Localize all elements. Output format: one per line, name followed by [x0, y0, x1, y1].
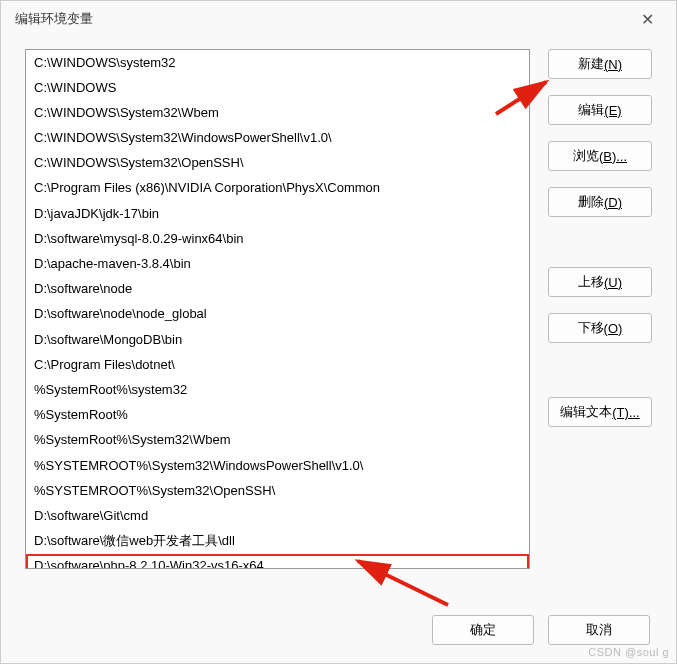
list-item[interactable]: D:\apache-maven-3.8.4\bin — [26, 252, 529, 277]
env-var-dialog: 编辑环境变量 ✕ C:\WINDOWS\system32C:\WINDOWSC:… — [0, 0, 677, 664]
list-item[interactable]: C:\WINDOWS\system32 — [26, 50, 529, 75]
list-item[interactable]: D:\software\MongoDB\bin — [26, 327, 529, 352]
window-title: 编辑环境变量 — [15, 10, 93, 28]
list-item[interactable]: C:\Program Files\dotnet\ — [26, 352, 529, 377]
move-down-button[interactable]: 下移(O) — [548, 313, 652, 343]
delete-button[interactable]: 删除(D) — [548, 187, 652, 217]
list-item[interactable]: C:\WINDOWS\System32\OpenSSH\ — [26, 151, 529, 176]
list-item[interactable]: D:\software\php-8.2.10-Win32-vs16-x64 — [26, 554, 529, 569]
list-item[interactable]: %SystemRoot% — [26, 403, 529, 428]
dialog-body: C:\WINDOWS\system32C:\WINDOWSC:\WINDOWS\… — [1, 37, 676, 607]
cancel-button[interactable]: 取消 — [548, 615, 650, 645]
list-item[interactable]: C:\WINDOWS\System32\Wbem — [26, 100, 529, 125]
new-button[interactable]: 新建(N) — [548, 49, 652, 79]
close-icon[interactable]: ✕ — [633, 6, 662, 33]
list-item[interactable]: D:\software\mysql-8.0.29-winx64\bin — [26, 226, 529, 251]
list-item[interactable]: D:\software\node — [26, 277, 529, 302]
list-item[interactable]: C:\Program Files (x86)\NVIDIA Corporatio… — [26, 176, 529, 201]
list-item[interactable]: D:\javaJDK\jdk-17\bin — [26, 201, 529, 226]
ok-button[interactable]: 确定 — [432, 615, 534, 645]
move-up-button[interactable]: 上移(U) — [548, 267, 652, 297]
browse-button[interactable]: 浏览(B)... — [548, 141, 652, 171]
list-item[interactable]: %SYSTEMROOT%\System32\OpenSSH\ — [26, 478, 529, 503]
list-item[interactable]: C:\WINDOWS\System32\WindowsPowerShell\v1… — [26, 126, 529, 151]
list-item[interactable]: D:\software\Git\cmd — [26, 503, 529, 528]
path-listbox[interactable]: C:\WINDOWS\system32C:\WINDOWSC:\WINDOWS\… — [25, 49, 530, 569]
side-buttons: 新建(N) 编辑(E) 浏览(B)... 删除(D) 上移(U) 下移(O) 编… — [548, 49, 652, 599]
edit-text-button[interactable]: 编辑文本(T)... — [548, 397, 652, 427]
titlebar: 编辑环境变量 ✕ — [1, 1, 676, 37]
list-item[interactable]: D:\software\node\node_global — [26, 302, 529, 327]
list-item[interactable]: C:\WINDOWS — [26, 75, 529, 100]
list-item[interactable]: %SystemRoot%\system32 — [26, 377, 529, 402]
list-item[interactable]: %SystemRoot%\System32\Wbem — [26, 428, 529, 453]
dialog-footer: 确定 取消 — [1, 607, 676, 663]
list-item[interactable]: %SYSTEMROOT%\System32\WindowsPowerShell\… — [26, 453, 529, 478]
edit-button[interactable]: 编辑(E) — [548, 95, 652, 125]
list-item[interactable]: D:\software\微信web开发者工具\dll — [26, 529, 529, 554]
